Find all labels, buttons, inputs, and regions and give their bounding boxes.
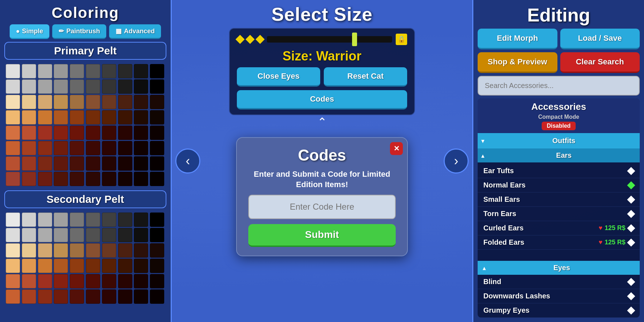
secondary-color-cell-2[interactable] xyxy=(38,213,52,227)
ears-subcategory-button[interactable]: Ears xyxy=(488,148,640,162)
eyes-chevron-icon[interactable]: ▴ xyxy=(483,264,486,272)
primary-color-cell-29[interactable] xyxy=(150,95,164,109)
secondary-color-cell-50[interactable] xyxy=(6,289,20,304)
primary-color-cell-40[interactable] xyxy=(6,126,20,140)
secondary-color-cell-17[interactable] xyxy=(118,228,132,242)
secondary-color-cell-28[interactable] xyxy=(134,243,148,258)
list-item[interactable]: Normal Ears xyxy=(478,178,640,192)
secondary-color-cell-52[interactable] xyxy=(38,289,52,304)
secondary-color-cell-18[interactable] xyxy=(134,228,148,242)
primary-color-cell-57[interactable] xyxy=(118,141,132,155)
secondary-color-cell-33[interactable] xyxy=(54,259,68,273)
primary-color-cell-25[interactable] xyxy=(86,95,100,109)
primary-color-cell-62[interactable] xyxy=(38,156,52,171)
primary-color-cell-38[interactable] xyxy=(134,110,148,125)
secondary-color-cell-9[interactable] xyxy=(150,213,164,227)
primary-color-cell-10[interactable] xyxy=(6,79,20,94)
primary-color-cell-23[interactable] xyxy=(54,95,68,109)
list-item[interactable]: Curled Ears♥125 R$ xyxy=(478,221,640,235)
primary-color-cell-30[interactable] xyxy=(6,110,20,125)
reset-cat-button[interactable]: Reset Cat xyxy=(324,67,407,87)
nav-arrow-left[interactable]: ‹ xyxy=(175,148,200,174)
code-input[interactable] xyxy=(248,195,396,219)
primary-color-cell-28[interactable] xyxy=(134,95,148,109)
primary-color-cell-26[interactable] xyxy=(102,95,116,109)
primary-color-cell-55[interactable] xyxy=(86,141,100,155)
secondary-color-cell-54[interactable] xyxy=(70,289,84,304)
secondary-color-cell-19[interactable] xyxy=(150,228,164,242)
primary-color-cell-31[interactable] xyxy=(22,110,36,125)
primary-color-cell-51[interactable] xyxy=(22,141,36,155)
primary-color-cell-2[interactable] xyxy=(38,64,52,78)
secondary-color-cell-35[interactable] xyxy=(86,259,100,273)
secondary-color-cell-25[interactable] xyxy=(86,243,100,258)
list-item[interactable]: Downwards Lashes xyxy=(478,289,640,303)
secondary-color-cell-1[interactable] xyxy=(22,213,36,227)
secondary-color-cell-55[interactable] xyxy=(86,289,100,304)
secondary-color-cell-14[interactable] xyxy=(70,228,84,242)
secondary-color-cell-27[interactable] xyxy=(118,243,132,258)
list-item[interactable]: Ear Tufts xyxy=(478,164,640,178)
primary-color-cell-71[interactable] xyxy=(22,172,36,186)
simple-tab[interactable]: ● Simple xyxy=(10,24,50,39)
primary-color-cell-59[interactable] xyxy=(150,141,164,155)
primary-color-cell-39[interactable] xyxy=(150,110,164,125)
primary-color-cell-53[interactable] xyxy=(54,141,68,155)
secondary-color-cell-30[interactable] xyxy=(6,259,20,273)
primary-color-cell-76[interactable] xyxy=(102,172,116,186)
primary-color-cell-0[interactable] xyxy=(6,64,20,78)
primary-color-cell-14[interactable] xyxy=(70,79,84,94)
primary-color-cell-56[interactable] xyxy=(102,141,116,155)
primary-color-cell-50[interactable] xyxy=(6,141,20,155)
primary-color-cell-68[interactable] xyxy=(134,156,148,171)
secondary-color-cell-11[interactable] xyxy=(22,228,36,242)
primary-color-cell-73[interactable] xyxy=(54,172,68,186)
secondary-color-cell-3[interactable] xyxy=(54,213,68,227)
primary-color-cell-58[interactable] xyxy=(134,141,148,155)
secondary-color-cell-12[interactable] xyxy=(38,228,52,242)
primary-color-cell-65[interactable] xyxy=(86,156,100,171)
primary-color-cell-7[interactable] xyxy=(118,64,132,78)
secondary-color-cell-59[interactable] xyxy=(150,289,164,304)
primary-color-cell-11[interactable] xyxy=(22,79,36,94)
primary-color-cell-33[interactable] xyxy=(54,110,68,125)
primary-color-cell-44[interactable] xyxy=(70,126,84,140)
primary-color-cell-36[interactable] xyxy=(102,110,116,125)
modal-close-button[interactable]: ✕ xyxy=(390,142,403,155)
secondary-color-cell-26[interactable] xyxy=(102,243,116,258)
secondary-color-cell-40[interactable] xyxy=(6,274,20,288)
primary-color-cell-21[interactable] xyxy=(22,95,36,109)
secondary-color-cell-23[interactable] xyxy=(54,243,68,258)
primary-color-cell-35[interactable] xyxy=(86,110,100,125)
primary-color-cell-75[interactable] xyxy=(86,172,100,186)
list-item[interactable]: Small Ears xyxy=(478,192,640,207)
search-input[interactable] xyxy=(478,76,640,96)
primary-color-cell-54[interactable] xyxy=(70,141,84,155)
slider-thumb[interactable] xyxy=(352,33,357,46)
secondary-color-cell-43[interactable] xyxy=(54,274,68,288)
secondary-color-cell-44[interactable] xyxy=(70,274,84,288)
secondary-color-cell-34[interactable] xyxy=(70,259,84,273)
primary-color-cell-74[interactable] xyxy=(70,172,84,186)
secondary-color-cell-13[interactable] xyxy=(54,228,68,242)
primary-color-cell-20[interactable] xyxy=(6,95,20,109)
secondary-color-cell-58[interactable] xyxy=(134,289,148,304)
secondary-color-cell-6[interactable] xyxy=(102,213,116,227)
primary-color-cell-24[interactable] xyxy=(70,95,84,109)
primary-color-cell-47[interactable] xyxy=(118,126,132,140)
primary-color-cell-19[interactable] xyxy=(150,79,164,94)
primary-color-cell-13[interactable] xyxy=(54,79,68,94)
close-eyes-button[interactable]: Close Eyes xyxy=(237,67,320,87)
primary-color-cell-42[interactable] xyxy=(38,126,52,140)
secondary-color-cell-24[interactable] xyxy=(70,243,84,258)
primary-color-cell-79[interactable] xyxy=(150,172,164,186)
secondary-color-cell-36[interactable] xyxy=(102,259,116,273)
ears-chevron-up-icon[interactable]: ▴ xyxy=(478,152,488,160)
compact-mode-value[interactable]: Disabled xyxy=(542,122,576,130)
primary-color-cell-12[interactable] xyxy=(38,79,52,94)
secondary-color-cell-22[interactable] xyxy=(38,243,52,258)
primary-color-cell-67[interactable] xyxy=(118,156,132,171)
clear-search-button[interactable]: Clear Search xyxy=(560,52,640,73)
list-item[interactable]: Grumpy Eyes xyxy=(478,303,640,318)
list-item[interactable]: Folded Ears♥125 R$ xyxy=(478,235,640,250)
